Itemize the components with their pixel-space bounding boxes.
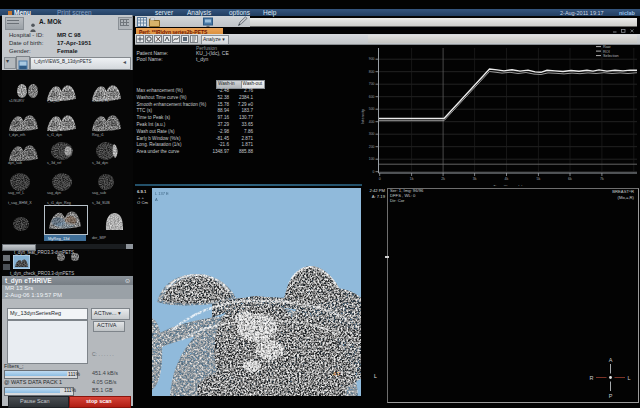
svg-text:ROI: ROI (603, 50, 610, 54)
svg-text:300: 300 (369, 132, 375, 136)
svg-text:0: 0 (379, 177, 381, 181)
svg-text:100: 100 (369, 157, 375, 161)
svg-text:2k: 2k (441, 177, 445, 181)
svg-text:A: A (155, 197, 158, 202)
svg-text:P: P (609, 393, 613, 399)
svg-text:R: R (590, 375, 594, 381)
svg-text:7k: 7k (600, 177, 604, 181)
svg-text:4k: 4k (505, 177, 509, 181)
svg-text:L 137 E: L 137 E (155, 191, 169, 196)
svg-text:1k: 1k (410, 177, 414, 181)
svg-text:500: 500 (369, 107, 375, 111)
svg-text:Intensity: Intensity (360, 109, 365, 124)
svg-text:Selection: Selection (603, 54, 619, 58)
svg-text:0: 0 (373, 170, 375, 174)
svg-text:900: 900 (369, 57, 375, 61)
svg-text:3k: 3k (473, 177, 477, 181)
svg-text:Raw: Raw (603, 45, 611, 49)
svg-text:400: 400 (369, 120, 375, 124)
svg-text:600: 600 (369, 95, 375, 99)
svg-text:800: 800 (369, 70, 375, 74)
svg-text:200: 200 (369, 145, 375, 149)
svg-text:5k: 5k (537, 177, 541, 181)
svg-text:Time (Seconds): Time (Seconds) (493, 184, 523, 187)
svg-text:L: L (627, 375, 630, 381)
svg-text:6k: 6k (568, 177, 572, 181)
svg-text:700: 700 (369, 82, 375, 86)
svg-text:A: A (609, 357, 613, 363)
